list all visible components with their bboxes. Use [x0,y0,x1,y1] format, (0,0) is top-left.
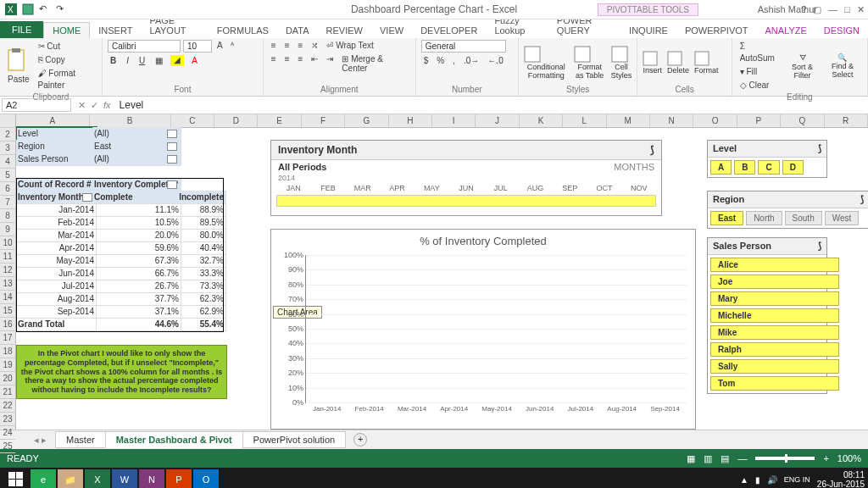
slicer-item[interactable]: Ralph [710,342,839,357]
cell[interactable]: 67.3% [92,254,181,268]
cell[interactable]: 62.9% [177,305,226,319]
font-size-select[interactable]: 10 [183,40,212,53]
currency-icon[interactable]: $ [421,55,431,66]
cell[interactable]: 37.7% [92,292,181,306]
row-headers[interactable]: 2345678910111213141516171819202122232425 [0,114,16,430]
clear-filter-icon[interactable]: ⟆ [650,144,654,156]
ribbon-options-icon[interactable]: ▢ [813,4,821,15]
bold-button[interactable]: B [108,55,119,66]
align-center-icon[interactable]: ≡ [282,53,292,74]
fill-color-button[interactable]: ◢ [170,55,184,66]
tray-lang[interactable]: ENG IN [784,476,810,484]
cell[interactable]: Incomplete [177,191,226,204]
maximize-icon[interactable]: □ [844,4,850,15]
tab-analyze[interactable]: ANALYZE [757,23,815,38]
pivot-dropdown-icon[interactable] [167,180,177,189]
align-middle-icon[interactable]: ≡ [282,40,292,51]
view-layout-icon[interactable]: ▥ [704,453,712,464]
formula-input[interactable]: Level [116,98,868,112]
tray-volume-icon[interactable]: 🔊 [767,475,777,485]
sheet-tab[interactable]: Master Dashboard & Pivot [105,431,243,448]
name-box[interactable]: A2 [2,98,71,112]
save-icon[interactable] [22,3,34,15]
slicer-item[interactable]: C [758,160,779,175]
tab-formulas[interactable]: FORMULAS [209,23,277,38]
find-select-button[interactable]: 🔍Find & Select [823,53,862,80]
cell[interactable]: 26.7% [92,280,181,293]
cell[interactable]: Level [16,127,97,141]
tab-developer[interactable]: DEVELOPER [412,23,486,38]
cell[interactable]: 33.3% [177,267,226,280]
cell[interactable]: 73.3% [177,280,226,293]
tray-date[interactable]: 26-Jun-2015 [817,480,865,488]
merge-center-button[interactable]: ⊞ Merge & Center [339,53,409,74]
cell[interactable]: 10.5% [92,216,181,230]
shrink-font-icon[interactable]: ᴬ [228,40,236,53]
slicer-item[interactable]: B [734,160,755,175]
cell[interactable]: 62.3% [177,292,226,306]
format-as-table-button[interactable]: Format as Table [574,46,606,80]
cell[interactable]: Complete [92,191,181,204]
zoom-slider[interactable] [755,457,815,460]
fill-button[interactable]: ▾ Fill [737,65,779,79]
slicer-item[interactable]: Mary [710,291,839,306]
copy-button[interactable]: ⎘ Copy [36,53,97,67]
insert-cells-button[interactable]: Insert [643,51,662,75]
indent-dec-icon[interactable]: ⇤ [309,53,320,74]
cell[interactable]: Jan-2014 [16,203,97,217]
format-painter-button[interactable]: 🖌 Format Painter [36,67,97,92]
taskbar-ie-icon[interactable]: e [31,469,56,488]
cell[interactable]: 44.6% [92,318,181,331]
cell[interactable]: 66.7% [92,267,181,280]
cut-button[interactable]: ✂ Cut [36,40,97,53]
number-format-select[interactable]: General [421,40,506,53]
delete-cells-button[interactable]: Delete [667,51,689,75]
new-sheet-button[interactable]: + [353,433,367,446]
slicer-item[interactable]: West [825,211,860,225]
slicer-item[interactable]: South [785,211,822,225]
orientation-icon[interactable]: ⤭ [309,40,320,51]
border-button[interactable]: ▦ [153,55,165,66]
filter-dropdown-icon[interactable] [167,130,177,138]
cell[interactable]: Grand Total [16,318,97,331]
align-left-icon[interactable]: ≡ [269,53,279,74]
worksheet[interactable]: 2345678910111213141516171819202122232425… [0,114,868,430]
slicer-item[interactable]: North [746,211,782,225]
cell[interactable]: Jul-2014 [16,280,97,293]
slicer-item[interactable]: East [710,211,743,225]
paste-button[interactable]: Paste [5,74,32,85]
inc-decimal-icon[interactable]: .0→ [461,55,481,66]
format-cells-button[interactable]: Format [694,51,719,75]
timeline-range-bar[interactable] [276,195,656,207]
tray-time[interactable]: 08:11 [843,470,865,480]
filter-dropdown-icon[interactable] [167,142,177,151]
cancel-formula-icon[interactable]: ✕ [78,100,86,111]
zoom-out-icon[interactable]: — [737,453,747,463]
tray-network-icon[interactable]: ▮ [755,475,760,485]
align-bottom-icon[interactable]: ≡ [296,40,306,51]
slicer-item[interactable]: A [710,160,732,175]
timeline-slicer[interactable]: Inventory Month⟆ All PeriodsMONTHS 2014 … [270,140,662,216]
slicer-item[interactable]: Tom [710,376,839,391]
font-name-select[interactable]: Calibri [108,40,181,53]
cell[interactable]: 32.7% [177,254,226,268]
chart-plot-area[interactable]: Jan-2014Feb-2014Mar-2014Apr-2014May-2014… [305,255,687,403]
align-right-icon[interactable]: ≡ [296,53,306,74]
zoom-in-icon[interactable]: + [823,453,828,463]
slicer-item[interactable]: Joe [710,274,839,289]
tab-data[interactable]: DATA [277,23,318,38]
tab-design[interactable]: DESIGN [815,23,868,38]
sheet-tab[interactable]: Master [55,431,106,448]
pivot-chart[interactable]: % of Inventory Completed Chart Area Jan-… [270,229,696,430]
cell[interactable]: Count of Record # [16,178,97,191]
timeline-unit[interactable]: MONTHS [614,162,654,172]
align-top-icon[interactable]: ≡ [269,40,279,51]
cell[interactable]: 11.1% [92,203,181,217]
sheet-tab[interactable]: PowerPivot solution [242,431,347,448]
cell[interactable]: Jun-2014 [16,267,97,280]
cell[interactable]: 80.0% [177,229,226,242]
tray-up-icon[interactable]: ▲ [740,475,748,485]
redo-icon[interactable]: ↷ [56,3,68,15]
cell[interactable]: 55.4% [177,318,226,331]
taskbar-word-icon[interactable]: W [112,469,137,488]
